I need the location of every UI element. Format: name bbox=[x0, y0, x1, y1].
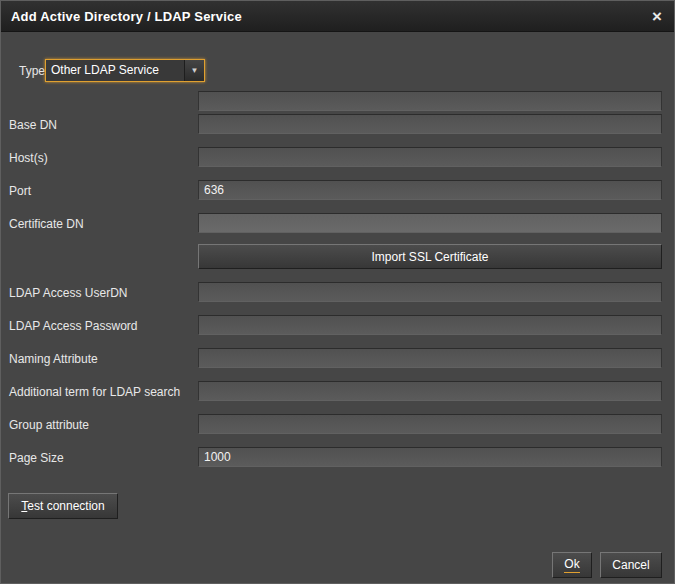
field-label: LDAP Access Password bbox=[9, 316, 138, 336]
field-row-port: Port bbox=[1, 180, 662, 200]
close-icon[interactable]: × bbox=[650, 8, 664, 25]
field-label: LDAP Access UserDN bbox=[9, 283, 127, 303]
naming-attribute-input[interactable] bbox=[198, 348, 662, 368]
type-dropdown[interactable]: Other LDAP Service ▼ bbox=[45, 59, 205, 82]
field-row-base-dn: Base DN bbox=[1, 114, 662, 134]
additional-term-input[interactable] bbox=[198, 381, 662, 401]
field-row-hosts: Host(s) bbox=[1, 147, 662, 167]
field-row-ldap-access-userdn: LDAP Access UserDN bbox=[1, 282, 662, 302]
field-row-ldap-access-password: LDAP Access Password bbox=[1, 315, 662, 335]
field-label: Naming Attribute bbox=[9, 349, 98, 369]
field-row-unlabeled bbox=[1, 91, 662, 111]
field-label: Page Size bbox=[9, 448, 64, 468]
field-label: Host(s) bbox=[9, 148, 48, 168]
field-row-certificate-dn: Certificate DN bbox=[1, 213, 662, 233]
ok-label: Ok bbox=[564, 557, 579, 573]
dialog-title: Add Active Directory / LDAP Service bbox=[11, 9, 242, 24]
field-row-group-attribute: Group attribute bbox=[1, 414, 662, 434]
type-label: Type bbox=[19, 61, 45, 81]
port-input[interactable] bbox=[198, 180, 662, 200]
unlabeled-input[interactable] bbox=[198, 91, 662, 111]
field-label: Additional term for LDAP search bbox=[9, 382, 180, 402]
dialog-titlebar: Add Active Directory / LDAP Service × bbox=[1, 1, 674, 32]
field-label: Port bbox=[9, 181, 31, 201]
chevron-down-icon[interactable]: ▼ bbox=[184, 60, 204, 81]
add-ldap-service-dialog: Add Active Directory / LDAP Service × Ty… bbox=[0, 0, 675, 584]
group-attribute-input[interactable] bbox=[198, 414, 662, 434]
test-connection-button[interactable]: Test connection bbox=[8, 493, 118, 519]
test-connection-label: est connection bbox=[27, 499, 104, 513]
import-ssl-certificate-button[interactable]: Import SSL Certificate bbox=[198, 244, 662, 269]
page-size-input[interactable] bbox=[198, 447, 662, 467]
field-label: Group attribute bbox=[9, 415, 89, 435]
type-dropdown-value: Other LDAP Service bbox=[46, 60, 184, 81]
ldap-access-password-input[interactable] bbox=[198, 315, 662, 335]
field-label: Base DN bbox=[9, 115, 57, 135]
cancel-button[interactable]: Cancel bbox=[600, 552, 662, 578]
field-row-naming-attribute: Naming Attribute bbox=[1, 348, 662, 368]
base-dn-input[interactable] bbox=[198, 114, 662, 134]
certificate-dn-input[interactable] bbox=[198, 213, 662, 233]
field-row-page-size: Page Size bbox=[1, 447, 662, 467]
field-label: Certificate DN bbox=[9, 214, 84, 234]
field-row-additional-term: Additional term for LDAP search bbox=[1, 381, 662, 401]
ldap-access-userdn-input[interactable] bbox=[198, 282, 662, 302]
hosts-input[interactable] bbox=[198, 147, 662, 167]
ok-button[interactable]: Ok bbox=[552, 552, 592, 578]
